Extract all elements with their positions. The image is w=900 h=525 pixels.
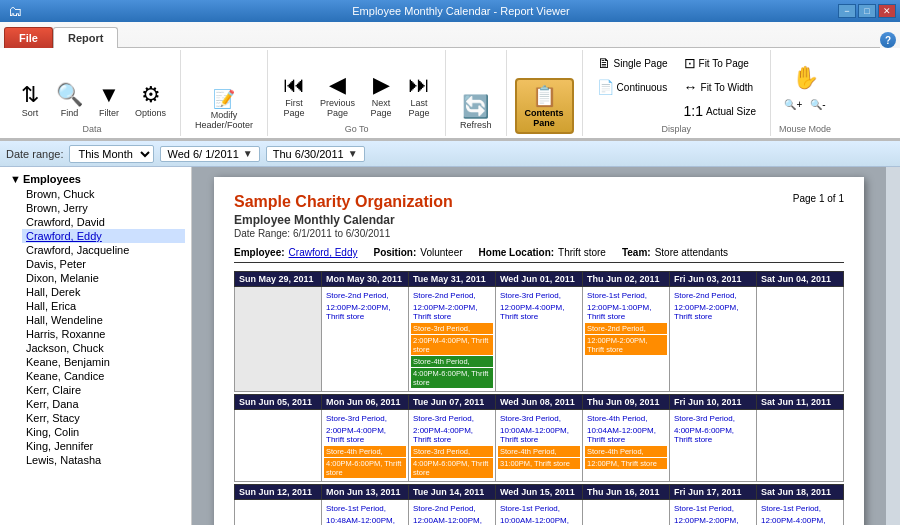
options-icon: ⚙ [141, 84, 161, 106]
employee-item[interactable]: Kerr, Claire [22, 383, 185, 397]
contents-items: 📋 Contents Pane [515, 52, 574, 134]
zoom-in-icon: 🔍+ [784, 99, 802, 110]
fit-to-width-button[interactable]: ↔ Fit To Width [678, 76, 763, 98]
sort-button[interactable]: ⇅ Sort [12, 80, 48, 122]
employees-root[interactable]: ▼ Employees [6, 171, 185, 187]
calendar-event: 12:00PM-1:00PM, Thrift store [585, 302, 667, 322]
calendar-event: Store-1st Period, [759, 503, 841, 514]
data-items: ⇅ Sort 🔍 Find ▼ Filter ⚙ Options [12, 52, 172, 122]
calendar-event: Store-1st Period, [324, 503, 406, 514]
right-scrollbar[interactable] [886, 167, 900, 525]
employee-item[interactable]: Kerr, Dana [22, 397, 185, 411]
calendar-event: 2:00PM-4:00PM, Thrift store [324, 425, 406, 445]
next-page-icon: ▶ [373, 74, 390, 96]
calendar-event: Store-2nd Period, [411, 290, 493, 301]
first-page-icon: ⏮ [283, 74, 305, 96]
calendar-day-cell: Store-3rd Period,10:00AM-12:00PM, Thrift… [496, 410, 583, 482]
zoom-in-button[interactable]: 🔍+ [781, 96, 805, 113]
calendar-event: 2:00PM-4:00PM, Thrift store [411, 425, 493, 445]
employee-item[interactable]: Keane, Benjamin [22, 355, 185, 369]
contents-pane-button[interactable]: 📋 Contents Pane [515, 78, 574, 134]
date-range-select[interactable]: This Month [69, 145, 154, 163]
employee-link[interactable]: Crawford, Eddy [289, 247, 358, 258]
title-bar: 🗂 Employee Monthly Calendar - Report Vie… [0, 0, 900, 22]
minimize-button[interactable]: − [838, 4, 856, 18]
start-date-box[interactable]: Wed 6/ 1/2011 ▼ [160, 146, 259, 162]
first-page-button[interactable]: ⏮ First Page [276, 70, 312, 122]
hand-icon: ✋ [792, 67, 819, 89]
tab-file[interactable]: File [4, 27, 53, 48]
start-date-dropdown[interactable]: ▼ [243, 148, 253, 159]
end-date-dropdown[interactable]: ▼ [348, 148, 358, 159]
last-page-button[interactable]: ⏭ Last Page [401, 70, 437, 122]
employee-item[interactable]: Davis, Peter [22, 257, 185, 271]
calendar-event: 12:00PM-4:00PM, Thrift store [759, 515, 841, 525]
options-button[interactable]: ⚙ Options [129, 80, 172, 122]
calendar-header-cell: Wed Jun 08, 2011 [496, 395, 583, 410]
employee-item[interactable]: Hall, Derek [22, 285, 185, 299]
employee-info: Employee: Crawford, Eddy [234, 247, 358, 258]
employee-panel: ▼ Employees Brown, ChuckBrown, JerryCraw… [0, 167, 192, 525]
employee-item[interactable]: Brown, Chuck [22, 187, 185, 201]
calendar-event: 12:00PM-2:00PM, Thrift store [585, 335, 667, 355]
continuous-button[interactable]: 📄 Continuous [591, 76, 674, 98]
ribbon-body: ⇅ Sort 🔍 Find ▼ Filter ⚙ Options Data [0, 48, 900, 140]
find-button[interactable]: 🔍 Find [50, 80, 89, 122]
fit-to-width-icon: ↔ [684, 79, 698, 95]
calendar-day-cell: Store-1st Period,12:00PM-4:00PM, Thrift … [757, 500, 844, 526]
employee-item[interactable]: Crawford, Eddy [22, 229, 185, 243]
employee-item[interactable]: King, Jennifer [22, 439, 185, 453]
employee-item[interactable]: Crawford, Jacqueline [22, 243, 185, 257]
calendar-day-cell: Store-3rd Period,4:00PM-6:00PM, Thrift s… [670, 410, 757, 482]
employee-item[interactable]: Crawford, David [22, 215, 185, 229]
calendar-event: 10:04AM-12:00PM, Thrift store [585, 425, 667, 445]
end-date-box[interactable]: Thu 6/30/2011 ▼ [266, 146, 365, 162]
calendar-event: Store-3rd Period, [411, 323, 493, 334]
calendar-header-cell: Tue Jun 07, 2011 [409, 395, 496, 410]
employee-item[interactable]: Jackson, Chuck [22, 341, 185, 355]
actual-size-button[interactable]: 1:1 Actual Size [678, 100, 763, 122]
modify-header-button[interactable]: 📝 Modify Header/Footer [189, 86, 259, 134]
calendar-header-cell: Sun May 29, 2011 [235, 272, 322, 287]
page-indicator: Page 1 of 1 [793, 193, 844, 204]
mouse-mode-hand-button[interactable]: ✋ [787, 62, 824, 94]
calendar-event: Store-4th Period, [585, 446, 667, 457]
refresh-items: 🔄 Refresh [454, 52, 498, 134]
tab-report[interactable]: Report [53, 27, 118, 48]
maximize-button[interactable]: □ [858, 4, 876, 18]
employee-item[interactable]: Dixon, Melanie [22, 271, 185, 285]
ribbon-group-refresh: 🔄 Refresh [446, 50, 507, 136]
calendar-event: 12:00PM-2:00PM, Thrift store [411, 302, 493, 322]
header-items: 📝 Modify Header/Footer [189, 52, 259, 134]
employee-item[interactable]: Lewis, Natasha [22, 453, 185, 467]
help-button[interactable]: ? [880, 32, 896, 48]
employee-item[interactable]: Kerr, Stacy [22, 411, 185, 425]
refresh-button[interactable]: 🔄 Refresh [454, 92, 498, 134]
calendar-event: Store-1st Period, [498, 503, 580, 514]
calendar-day-cell [235, 500, 322, 526]
calendar-event: 2:00PM-4:00PM, Thrift store [411, 335, 493, 355]
calendar-day-cell: Store-3rd Period,2:00PM-4:00PM, Thrift s… [322, 410, 409, 482]
calendar-day-cell [757, 287, 844, 392]
calendar-event: 4:00PM-6:00PM, Thrift store [411, 368, 493, 388]
employee-item[interactable]: Harris, Roxanne [22, 327, 185, 341]
employee-item[interactable]: King, Colin [22, 425, 185, 439]
ribbon-group-contents: 📋 Contents Pane [507, 50, 583, 136]
employee-item[interactable]: Keane, Candice [22, 369, 185, 383]
home-location-info: Home Location: Thrift store [479, 247, 606, 258]
employee-item[interactable]: Brown, Jerry [22, 201, 185, 215]
filter-button[interactable]: ▼ Filter [91, 80, 127, 122]
report-panel[interactable]: Sample Charity Organization Employee Mon… [192, 167, 886, 525]
tree-expand-icon: ▼ [10, 173, 21, 185]
previous-page-button[interactable]: ◀ Previous Page [314, 70, 361, 122]
fit-to-page-button[interactable]: ⊡ Fit To Page [678, 52, 763, 74]
close-button[interactable]: ✕ [878, 4, 896, 18]
calendar-week: Sun Jun 12, 2011Mon Jun 13, 2011Tue Jun … [234, 484, 844, 525]
zoom-out-button[interactable]: 🔍- [807, 96, 828, 113]
start-date-value: Wed 6/ 1/2011 [167, 148, 238, 160]
calendar-day-cell: Store-1st Period,12:00PM-2:00PM, Thrift … [670, 500, 757, 526]
employee-item[interactable]: Hall, Erica [22, 299, 185, 313]
employee-item[interactable]: Hall, Wendeline [22, 313, 185, 327]
next-page-button[interactable]: ▶ Next Page [363, 70, 399, 122]
single-page-button[interactable]: 🗎 Single Page [591, 52, 674, 74]
